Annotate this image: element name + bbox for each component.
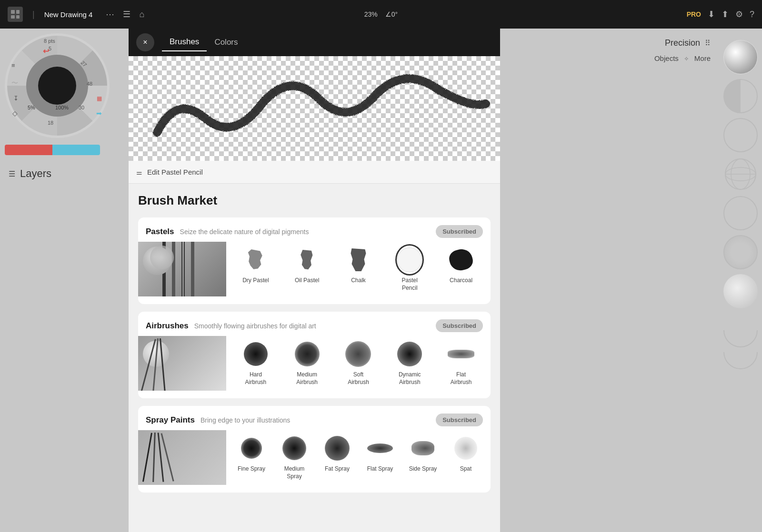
tab-colors[interactable]: Colors: [207, 34, 245, 51]
next-icon[interactable]: ➡: [96, 109, 102, 117]
airbrushes-badge: Subscribed: [436, 319, 483, 332]
airbrushes-subtitle: Smoothly flowing airbrushes for digital …: [194, 322, 316, 330]
pastels-preview-image: [138, 242, 226, 296]
pressure-icon: 〜: [11, 79, 18, 88]
sphere-half[interactable]: [723, 79, 758, 113]
flat-airbrush-thumb: [447, 340, 475, 368]
flow-value: 100%: [55, 105, 69, 110]
topbar-left: | New Drawing 4 ⋯ ☰ ⌂: [8, 7, 144, 22]
brush-item-dry-pastel[interactable]: Dry Pastel: [234, 246, 277, 292]
brush-color-swatch: [38, 67, 76, 105]
pastels-subtitle: Seize the delicate nature of digital pig…: [180, 228, 309, 236]
dry-pastel-label: Dry Pastel: [242, 277, 269, 285]
brush-item-chalk[interactable]: Chalk: [337, 246, 380, 292]
spray-paints-preview-image: [138, 430, 226, 485]
angle-indicator: ∠0°: [385, 10, 398, 18]
download-icon[interactable]: ⬇: [708, 9, 715, 20]
layers-button[interactable]: ☰ Layers: [5, 165, 110, 183]
soft-airbrush-label: SoftAirbrush: [348, 371, 369, 386]
medium-airbrush-thumb: [293, 340, 321, 368]
brush-preview-area: [129, 56, 500, 161]
right-toolbar: [719, 33, 762, 376]
hard-airbrush-thumb: [241, 340, 270, 368]
spray-paints-header: Spray Paints Bring edge to your illustra…: [138, 406, 491, 430]
share-icon[interactable]: ⬆: [722, 9, 729, 20]
tab-brushes[interactable]: Brushes: [162, 33, 207, 51]
layers-icon: ☰: [9, 169, 15, 178]
sphere-shaded[interactable]: [723, 40, 758, 74]
dynamic-airbrush-thumb: [395, 340, 424, 368]
brush-size-icon: ≡: [11, 62, 15, 69]
brush-item-charcoal[interactable]: Charcoal: [440, 246, 482, 292]
zoom-level[interactable]: 23%: [364, 10, 378, 18]
brush-item-dynamic-airbrush[interactable]: DynamicAirbrush: [388, 340, 431, 386]
fat-spray-thumb: [323, 434, 351, 463]
help-icon[interactable]: ?: [750, 10, 754, 20]
brush-item-fine-spray[interactable]: Fine Spray: [230, 434, 273, 480]
app-icon[interactable]: [8, 7, 23, 22]
spray-paints-title: Spray Paints: [146, 415, 195, 425]
brush-item-hard-airbrush[interactable]: HardAirbrush: [234, 340, 277, 386]
objects-icon: ⟡: [684, 55, 689, 62]
market-title: Brush Market: [138, 193, 491, 208]
color-icon[interactable]: ▦: [97, 95, 102, 102]
oil-pastel-thumb: [293, 246, 321, 274]
undo-icon[interactable]: ↩: [43, 47, 49, 56]
edit-brush-bar[interactable]: ⚌ Edit Pastel Pencil: [129, 161, 500, 184]
brush-item-fat-spray[interactable]: Fat Spray: [316, 434, 359, 480]
airbrushes-title: Airbrushes: [146, 321, 189, 331]
sphere-half-outline[interactable]: [723, 352, 758, 369]
precision-toolbar: Precision ⠿: [659, 34, 716, 52]
wheel-num-18: 18: [48, 120, 53, 126]
spray-paints-subtitle: Bring edge to your illustrations: [201, 416, 290, 424]
flat-spray-label: Flat Spray: [367, 465, 393, 473]
wheel-num-30: 30: [79, 105, 84, 110]
sphere-wireframe[interactable]: [723, 157, 758, 191]
airbrushes-body: HardAirbrush MediumAirbrush SoftAirbrush: [138, 336, 491, 398]
brush-item-pastel-pencil[interactable]: PastelPencil: [388, 246, 431, 292]
topbar-separator: |: [32, 10, 35, 20]
sphere-light[interactable]: [723, 274, 758, 308]
brush-item-flat-airbrush[interactable]: FlatAirbrush: [440, 340, 482, 386]
brush-item-spat[interactable]: Spat: [444, 434, 487, 480]
smudge-icon[interactable]: ↧: [13, 95, 19, 102]
sphere-outline[interactable]: [723, 118, 758, 152]
charcoal-thumb: [447, 246, 475, 274]
brush-market-content: Brush Market Pastels Seize the delicate …: [129, 184, 500, 532]
sphere-simple[interactable]: [723, 196, 758, 230]
brush-item-medium-spray[interactable]: MediumSpray: [273, 434, 316, 480]
dialog-close-button[interactable]: ×: [136, 33, 154, 51]
brush-item-medium-airbrush[interactable]: MediumAirbrush: [286, 340, 329, 386]
grid-dots-icon[interactable]: ⠿: [705, 39, 711, 48]
eraser-icon[interactable]: ◇: [12, 109, 18, 117]
brush-item-side-spray[interactable]: Side Spray: [401, 434, 444, 480]
sphere-bottom[interactable]: [723, 313, 758, 347]
fine-spray-label: Fine Spray: [238, 465, 265, 473]
progress-red: [5, 145, 52, 155]
objects-toolbar: Objects ⟡ More: [649, 52, 716, 64]
flat-airbrush-label: FlatAirbrush: [451, 371, 472, 386]
medium-airbrush-label: MediumAirbrush: [296, 371, 318, 386]
spray-paints-body: Fine Spray MediumSpray Fat Spray: [138, 430, 491, 493]
dynamic-airbrush-label: DynamicAirbrush: [399, 371, 421, 386]
chalk-thumb: [344, 246, 372, 274]
sphere-gradient[interactable]: [723, 235, 758, 269]
brush-icon[interactable]: ⌂: [139, 10, 144, 20]
oil-pastel-label: Oil Pastel: [295, 277, 319, 285]
brush-item-soft-airbrush[interactable]: SoftAirbrush: [337, 340, 380, 386]
more-label: More: [694, 54, 711, 62]
pastels-title: Pastels: [146, 227, 174, 236]
objects-label: Objects: [654, 54, 679, 62]
brush-wheel[interactable]: 5 27 48 30 18 ↩ ≡ 8 pts 5% 100% 〜 ◇ ➡ ▦ …: [5, 33, 110, 138]
menu-icon[interactable]: ☰: [123, 9, 130, 20]
airbrushes-brush-items: HardAirbrush MediumAirbrush SoftAirbrush: [226, 336, 491, 390]
spray-paints-brush-items: Fine Spray MediumSpray Fat Spray: [226, 430, 491, 484]
grid-icon[interactable]: ⋯: [106, 9, 114, 20]
pastels-body: Dry Pastel Oil Pastel Chalk: [138, 242, 491, 304]
fat-spray-label: Fat Spray: [325, 465, 350, 473]
brush-item-oil-pastel[interactable]: Oil Pastel: [286, 246, 329, 292]
settings-icon[interactable]: ⚙: [735, 9, 743, 20]
brush-item-flat-spray[interactable]: Flat Spray: [359, 434, 401, 480]
medium-spray-label: MediumSpray: [284, 465, 305, 480]
side-spray-thumb: [409, 434, 437, 463]
